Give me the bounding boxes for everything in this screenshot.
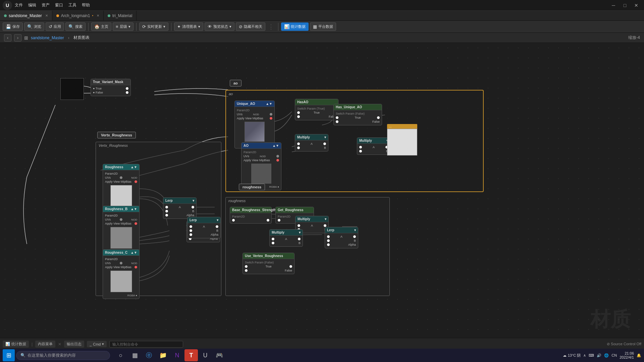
canvas-area[interactable]: True_Variant_Mask ● True ● False Vertx_R… <box>0 43 644 350</box>
menu-file[interactable]: 文件 <box>15 2 23 8</box>
taskbar-app-explorer[interactable]: 📁 <box>156 349 170 361</box>
tab-dot-sandstone <box>4 14 7 17</box>
tab-close-sandstone[interactable]: ✕ <box>45 14 48 17</box>
toolbar: 💾 保存 🔍 浏览 ↺ 应用 🔍 搜索 🏠 主页 ≡ 层级 ▾ ⟳ 实时更新 ▾… <box>0 21 644 33</box>
cmd-status[interactable]: _ Cmd ▾ <box>87 341 107 347</box>
layers-button[interactable]: ≡ 层级 ▾ <box>113 22 133 31</box>
tab-arch[interactable]: Arch_longmain1 • ✕ <box>52 11 104 20</box>
tab-tri[interactable]: tri_Material <box>104 11 137 20</box>
preview-button[interactable]: 👁 预览状态 ▾ <box>205 22 234 31</box>
has-unique-ao-node[interactable]: Has_Unique_AO Switch Param (False) True … <box>333 104 382 125</box>
true-variant-node[interactable]: True_Variant_Mask ● True ● False <box>91 79 131 96</box>
home-button[interactable]: 🏠 主页 <box>91 22 111 31</box>
taskbar-search[interactable]: 🔍 在这里输入你要搜索的内容 <box>16 351 110 360</box>
content-menu-status[interactable]: 内容菜单 <box>35 341 55 348</box>
lerp-r2-node[interactable]: Lerp ▾ A B Alpha <box>187 217 221 238</box>
menu-tools[interactable]: 工具 <box>68 2 76 8</box>
lerp-r2-body: A B Alpha <box>187 223 220 238</box>
multiply-ao-body: A B <box>295 140 328 151</box>
hide-button[interactable]: ⊘ 隐藏不相关 <box>236 22 265 31</box>
true-variant-header: True_Variant_Mask <box>91 79 130 85</box>
multiply-ao-node[interactable]: Multiply ▾ A B <box>295 134 328 152</box>
maximize-button[interactable]: □ <box>620 2 630 9</box>
output-log-status[interactable]: 输出日志 <box>64 341 84 348</box>
taskbar-app-game[interactable]: 🎮 <box>213 349 226 361</box>
roughness-reroute[interactable]: roughness <box>239 184 265 190</box>
close-button[interactable]: ✕ <box>631 2 641 9</box>
forward-button[interactable]: › <box>14 34 21 42</box>
more-options[interactable]: ⋮ <box>267 23 275 31</box>
tabs-bar: sandstone_Master ✕ Arch_longmain1 • ✕ tr… <box>0 11 644 21</box>
platform-button[interactable]: ▦ 平台数据 <box>310 22 336 31</box>
browse-button[interactable]: 🔍 浏览 <box>24 22 44 31</box>
taskbar-app-task[interactable]: ▦ <box>128 349 142 361</box>
tab-close-arch[interactable]: ✕ <box>97 14 99 17</box>
breadcrumb-bar: ‹ › ⊞ sandstone_Master › 材质图表 缩放-4 <box>0 33 644 43</box>
base-roughness-node[interactable]: Base_Roughness_Strength Param2D <box>230 207 272 224</box>
stats-button[interactable]: 📊 统计数据 <box>281 22 309 31</box>
separator-1 <box>88 23 89 31</box>
pin-true <box>126 87 128 90</box>
back-button[interactable]: ‹ <box>4 34 11 42</box>
status-sep2: ✕ <box>58 342 61 347</box>
menu-edit[interactable]: 编辑 <box>28 2 36 8</box>
menu-assets[interactable]: 资产 <box>42 2 50 8</box>
taskbar-up-arrow[interactable]: ∧ <box>583 353 586 358</box>
lerp-v1-node[interactable]: Lerp ▾ A B Alpha <box>163 197 197 219</box>
taskbar-clock[interactable]: 21:06 2022/4/1 <box>620 351 634 359</box>
network-icon[interactable]: 🌐 <box>604 353 609 358</box>
separator-2 <box>136 23 137 31</box>
platform-icon: ▦ <box>313 24 317 29</box>
breadcrumb-current: 材质图表 <box>73 35 90 41</box>
roughness-c-body: Param2D UVs NOD Apply View MipBias RGBA … <box>103 256 139 299</box>
minimize-button[interactable]: ─ <box>608 2 619 9</box>
ime-language[interactable]: CN <box>611 353 617 357</box>
roughness-b-node[interactable]: Roughness_B ▲▼ Param2D UVs NOD Apply Vie… <box>103 206 140 255</box>
start-button[interactable]: ⊞ <box>3 349 15 361</box>
vertx-roughness-reroute[interactable]: Vertx_Roughness <box>97 132 136 138</box>
multiply-ao2-node[interactable]: Multiply ▾ A B <box>357 137 390 155</box>
tab-sandstone[interactable]: sandstone_Master ✕ <box>0 11 52 20</box>
volume-icon[interactable]: 🔊 <box>597 353 601 358</box>
multiply-ao-header: Multiply ▾ <box>295 134 328 140</box>
multiply-ao2-body: A B <box>357 144 390 155</box>
taskbar-app-t[interactable]: T <box>184 349 198 361</box>
weather-widget[interactable]: ☁ 13°C 阴 <box>563 353 581 358</box>
separator-4 <box>278 23 278 31</box>
realtime-button[interactable]: ⟳ 实时更新 ▾ <box>139 22 168 31</box>
menu-help[interactable]: 帮助 <box>82 2 90 8</box>
multiply-r2-node[interactable]: Multiply ▾ A B <box>269 229 303 247</box>
menu-bar[interactable]: 文件 编辑 资产 窗口 工具 帮助 <box>15 2 90 8</box>
unique-ao-node[interactable]: Unique_AO ▲▼ Param2D UVs NOD Apply View … <box>234 101 275 148</box>
taskbar-app-edge[interactable]: ⓔ <box>142 349 156 361</box>
ao-reroute[interactable]: ao <box>230 80 241 86</box>
ue-logo: U <box>3 1 12 10</box>
apply-button[interactable]: ↺ 应用 <box>46 22 64 31</box>
search-button[interactable]: 🔍 搜索 <box>65 22 86 31</box>
menu-window[interactable]: 窗口 <box>55 2 63 8</box>
taskbar-app-cortana[interactable]: ○ <box>114 349 127 361</box>
has-ao-node[interactable]: HasAO Switch Param (True) True False <box>295 99 338 120</box>
save-button[interactable]: 💾 保存 <box>3 22 23 31</box>
has-ao-body: Switch Param (True) True False <box>295 105 338 120</box>
ao-node[interactable]: AO ▲▼ Param2D UVs NOD Apply View MipBias… <box>241 142 281 190</box>
roughness-b-body: Param2D UVs NOD Apply View MipBias RGBA … <box>103 212 139 255</box>
vertx-group-title: Vertx_Roughness <box>96 142 221 149</box>
taskbar: ⊞ 🔍 在这里输入你要搜索的内容 ○ ▦ ⓔ 📁 N T U 🎮 ☁ 13°C … <box>0 349 644 362</box>
console-input[interactable] <box>109 341 183 348</box>
pin-red1 <box>135 180 137 183</box>
roughness-c-node[interactable]: Roughness_C ▲▼ Param2D UVs NOD Apply Vie… <box>103 249 140 299</box>
breadcrumb-root[interactable]: sandstone_Master <box>31 36 64 40</box>
taskbar-app-ue[interactable]: U <box>199 349 212 361</box>
lerp-r1-body: A B Alpha <box>325 233 358 248</box>
stats-status[interactable]: 📊 统计数据 <box>3 341 29 348</box>
taskbar-app-onenote[interactable]: N <box>170 349 184 361</box>
lerp-r1-node[interactable]: Lerp ▾ A B Alpha <box>325 227 358 248</box>
notification-icon[interactable]: 🔔 <box>637 353 641 358</box>
home-icon: 🏠 <box>94 24 100 29</box>
multiply-ao2-header: Multiply ▾ <box>357 138 390 144</box>
use-vertex-roughness-node[interactable]: Use_Vertex_Roughness Switch Param (False… <box>243 253 294 274</box>
dropdown-arrow: ▾ <box>128 24 130 29</box>
clear-button[interactable]: ✦ 清理图表 ▾ <box>174 22 203 31</box>
stats-icon: 📊 <box>284 24 289 29</box>
